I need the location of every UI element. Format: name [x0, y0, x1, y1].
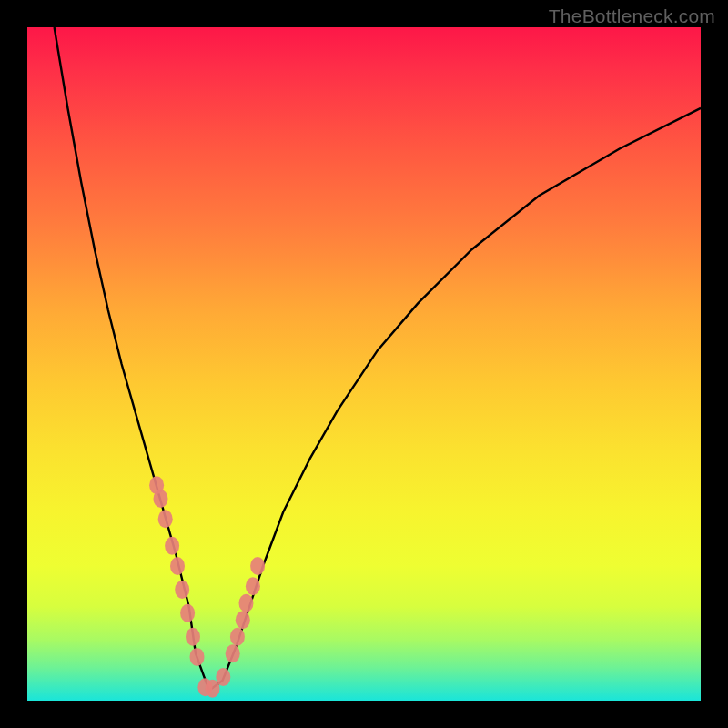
watermark-text: TheBottleneck.com	[549, 5, 715, 27]
marker-point	[239, 594, 254, 612]
curve-group	[55, 27, 701, 698]
marker-point	[246, 577, 260, 595]
curve-svg	[27, 27, 701, 701]
marker-point	[186, 628, 200, 646]
marker-point	[190, 648, 205, 666]
marker-point	[180, 604, 195, 622]
marker-point	[216, 668, 230, 686]
chart-container: TheBottleneck.com	[0, 0, 728, 728]
marker-point	[158, 510, 173, 528]
marker-point	[175, 581, 189, 599]
plot-area	[27, 27, 701, 701]
bottleneck-curve	[55, 27, 701, 691]
marker-point	[236, 611, 250, 629]
marker-group	[149, 476, 265, 698]
marker-point	[154, 490, 168, 508]
marker-point	[226, 644, 240, 662]
marker-point	[230, 628, 245, 646]
marker-point	[250, 557, 265, 575]
marker-point	[170, 557, 185, 575]
marker-point	[165, 537, 179, 555]
